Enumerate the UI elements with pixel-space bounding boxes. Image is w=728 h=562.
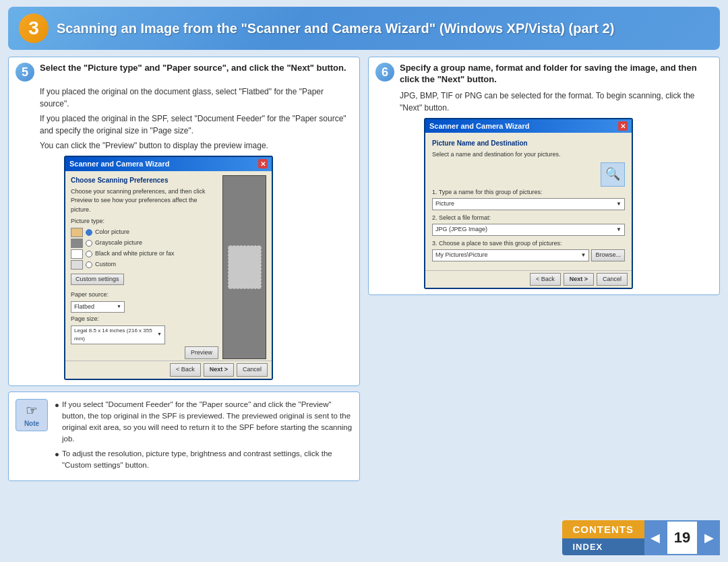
radio-bw[interactable]: Black and white picture or fax bbox=[71, 249, 218, 259]
radio-bw-label: Black and white picture or fax bbox=[95, 249, 175, 259]
contents-button[interactable]: CONTENTS bbox=[562, 520, 645, 538]
step5-next-btn[interactable]: Next > bbox=[204, 363, 234, 377]
step5-dialog-titlebar: Scanner and Camera Wizard ✕ bbox=[65, 157, 272, 171]
step5-back-btn[interactable]: < Back bbox=[170, 363, 201, 377]
step5-radio-group: Color picture Grayscale picture bbox=[71, 228, 218, 270]
radio-custom[interactable]: Custom bbox=[71, 260, 218, 270]
step6-dialog-footer: < Back Next > Cancel bbox=[425, 270, 632, 288]
step5-title: Select the "Picture type" and "Paper sou… bbox=[40, 63, 346, 74]
step5-text3: You can click the "Preview" button to di… bbox=[40, 139, 353, 152]
radio-custom-label: Custom bbox=[95, 260, 116, 270]
note-section: ☞ Note ● If you select "Document Feeder"… bbox=[8, 392, 360, 482]
step5-text1: If you placed the original on the docume… bbox=[40, 86, 353, 110]
step5-text2: If you placed the original in the SPF, s… bbox=[40, 113, 353, 137]
note-label: Note bbox=[24, 420, 39, 427]
step5-body: If you placed the original on the docume… bbox=[40, 86, 353, 380]
step6-dialog-close[interactable]: ✕ bbox=[618, 121, 628, 131]
radio-grayscale[interactable]: Grayscale picture bbox=[71, 239, 218, 248]
step5-picture-type-label: Picture type: bbox=[71, 217, 218, 226]
note-text-2: To adjust the resolution, picture type, … bbox=[62, 448, 353, 472]
step6-dialog-title: Scanner and Camera Wizard bbox=[429, 121, 529, 132]
main-content: 5 Select the "Picture type" and "Paper s… bbox=[8, 57, 720, 481]
step6-input2[interactable]: JPG (JPEG Image) ▼ bbox=[432, 224, 625, 236]
step6-dialog-titlebar: Scanner and Camera Wizard ✕ bbox=[425, 119, 632, 133]
step6-input3-row: My Pictures\Picture ▼ Browse... bbox=[432, 249, 625, 261]
note-text-1: If you select "Document Feeder" for the … bbox=[62, 399, 353, 445]
radio-color-label: Color picture bbox=[95, 228, 129, 237]
step6-section-title: Picture Name and Destination bbox=[432, 138, 625, 148]
step5-preview-inner bbox=[228, 245, 262, 289]
step5-page-size-label: Page size: bbox=[71, 315, 218, 324]
step6-form-row3: 3. Choose a place to save this group of … bbox=[432, 239, 625, 261]
left-column: 5 Select the "Picture type" and "Paper s… bbox=[8, 57, 360, 481]
step5-dialog: Scanner and Camera Wizard ✕ Choose Scann… bbox=[64, 156, 273, 380]
step6-dialog: Scanner and Camera Wizard ✕ Picture Name… bbox=[424, 118, 633, 290]
radio-bw-dot bbox=[86, 251, 92, 257]
radio-custom-icon bbox=[71, 260, 83, 270]
step5-dialog-footer: < Back Next > Cancel bbox=[65, 361, 272, 379]
step6-section: 6 Specify a group name, format and folde… bbox=[368, 57, 720, 295]
step5-preview-btn[interactable]: Preview bbox=[185, 346, 218, 360]
step6-wizard-icon: 🔍 bbox=[601, 162, 625, 187]
step6-label2: 2. Select a file format: bbox=[432, 214, 625, 223]
step6-input1-arrow: ▼ bbox=[616, 200, 621, 208]
note-content: ● If you select "Document Feeder" for th… bbox=[55, 399, 353, 474]
step6-cancel-btn[interactable]: Cancel bbox=[597, 273, 628, 286]
step5-dialog-left: Choose Scanning Preferences Choose your … bbox=[71, 175, 218, 360]
step6-input2-val: JPG (JPEG Image) bbox=[435, 225, 487, 235]
radio-custom-dot bbox=[86, 261, 92, 268]
step5-cancel-btn[interactable]: Cancel bbox=[237, 363, 268, 377]
step6-browse-btn[interactable]: Browse... bbox=[591, 249, 625, 261]
step5-page-size-dropdown[interactable]: Legal 8.5 x 14 inches (216 x 355 mm) ▼ bbox=[71, 325, 165, 344]
radio-grayscale-icon bbox=[71, 239, 83, 248]
bullet-dot-1: ● bbox=[55, 400, 59, 445]
step6-section-sub: Select a name and destination for your p… bbox=[432, 150, 625, 160]
bullet-dot-2: ● bbox=[55, 449, 59, 472]
step5-number: 5 bbox=[16, 63, 34, 82]
step6-form-row1: 1. Type a name for this group of picture… bbox=[432, 188, 625, 210]
step6-next-btn[interactable]: Next > bbox=[564, 273, 594, 286]
chapter-number: 3 bbox=[19, 13, 49, 43]
step5-section-title: Choose Scanning Preferences bbox=[71, 175, 218, 185]
step6-label3: 3. Choose a place to save this group of … bbox=[432, 239, 625, 249]
step6-input3[interactable]: My Pictures\Picture ▼ bbox=[432, 249, 589, 261]
radio-grayscale-label: Grayscale picture bbox=[95, 239, 142, 248]
step6-number: 6 bbox=[375, 63, 394, 82]
step6-input1-val: Picture bbox=[435, 199, 454, 209]
footer-labels: CONTENTS INDEX bbox=[562, 520, 645, 555]
page-title: Scanning an Image from the "Scanner and … bbox=[57, 21, 614, 36]
step6-title: Specify a group name, format and folder … bbox=[400, 63, 712, 86]
prev-page-button[interactable]: ◀ bbox=[644, 520, 666, 555]
next-page-button[interactable]: ▶ bbox=[698, 520, 720, 555]
step5-dialog-title: Scanner and Camera Wizard bbox=[69, 158, 169, 170]
step5-section: 5 Select the "Picture type" and "Paper s… bbox=[8, 57, 360, 386]
step6-body: JPG, BMP, TIF or PNG can be selected for… bbox=[400, 90, 712, 290]
step5-custom-btn[interactable]: Custom settings bbox=[71, 274, 124, 286]
step5-paper-source-dropdown[interactable]: Flatbed ▼ bbox=[71, 301, 125, 313]
dropdown-arrow-icon: ▼ bbox=[117, 303, 121, 311]
note-icon: ☞ Note bbox=[16, 399, 48, 431]
right-column: 6 Specify a group name, format and folde… bbox=[368, 57, 720, 481]
step6-dialog-body: Picture Name and Destination Select a na… bbox=[425, 133, 632, 270]
step5-dialog-body: Choose Scanning Preferences Choose your … bbox=[65, 171, 272, 361]
step5-section-sub: Choose your scanning preferences, and th… bbox=[71, 187, 218, 215]
step6-text: JPG, BMP, TIF or PNG can be selected for… bbox=[400, 90, 712, 114]
radio-color-icon bbox=[71, 228, 83, 237]
step6-label1: 1. Type a name for this group of picture… bbox=[432, 188, 625, 197]
step6-back-btn[interactable]: < Back bbox=[530, 273, 561, 286]
hand-icon: ☞ bbox=[26, 402, 38, 418]
step6-input2-arrow: ▼ bbox=[616, 226, 621, 234]
step6-input1[interactable]: Picture ▼ bbox=[432, 198, 625, 210]
radio-bw-icon bbox=[71, 249, 83, 259]
step6-input3-val: My Pictures\Picture bbox=[435, 251, 488, 260]
step5-dialog-close[interactable]: ✕ bbox=[258, 159, 268, 168]
step5-paper-source-label: Paper source: bbox=[71, 290, 218, 300]
step6-input2-row: JPG (JPEG Image) ▼ bbox=[432, 224, 625, 236]
note-bullet-1: ● If you select "Document Feeder" for th… bbox=[55, 399, 353, 445]
radio-color[interactable]: Color picture bbox=[71, 228, 218, 237]
radio-grayscale-dot bbox=[86, 240, 92, 247]
header: 3 Scanning an Image from the "Scanner an… bbox=[8, 7, 720, 50]
dropdown-arrow2-icon: ▼ bbox=[157, 331, 162, 338]
page-number: 19 bbox=[666, 520, 698, 555]
index-button[interactable]: INDEX bbox=[562, 538, 645, 555]
